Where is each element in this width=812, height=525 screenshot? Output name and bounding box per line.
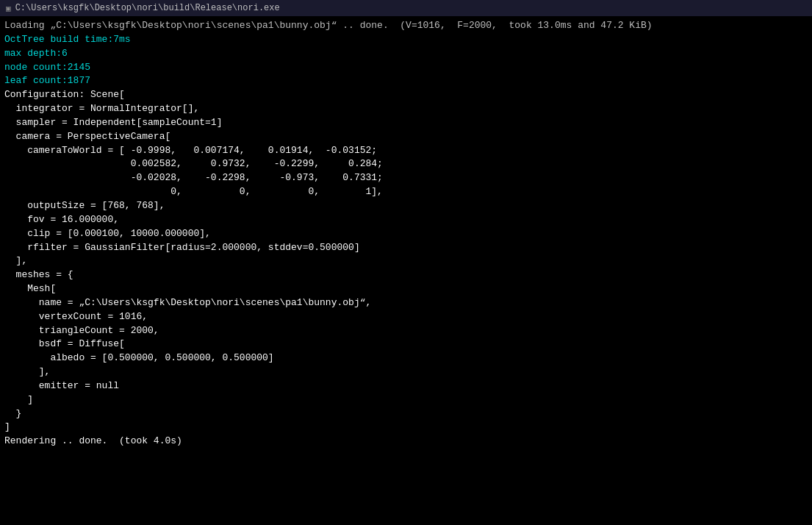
console-line: name = „C:\Users\ksgfk\Desktop\nori\scen… (4, 296, 808, 310)
title-bar: ▣ C:\Users\ksgfk\Desktop\nori\build\Rele… (0, 0, 812, 16)
console-line: meshes = { (4, 268, 808, 282)
console-line: ], (4, 254, 808, 268)
console-line: rfilter = GaussianFilter[radius=2.000000… (4, 241, 808, 255)
console-line: emitter = null (4, 379, 808, 393)
console-line: node count:2145 (4, 61, 808, 75)
console-line: albedo = [0.500000, 0.500000, 0.500000] (4, 351, 808, 365)
console-line: 0.002582, 0.9732, -0.2299, 0.284; (4, 157, 808, 171)
console-line: 0, 0, 0, 1], (4, 185, 808, 199)
console-line: Loading „C:\Users\ksgfk\Desktop\nori\sce… (4, 19, 808, 33)
console-line: leaf count:1877 (4, 74, 808, 88)
console-line: ], (4, 365, 808, 379)
title-bar-path: C:\Users\ksgfk\Desktop\nori\build\Releas… (15, 3, 280, 13)
console-output: Loading „C:\Users\ksgfk\Desktop\nori\sce… (0, 16, 812, 525)
console-line: bsdf = Diffuse[ (4, 338, 808, 351)
console-line: cameraToWorld = [ -0.9998, 0.007174, 0.0… (4, 144, 808, 158)
console-line: integrator = NormalIntegrator[], (4, 102, 808, 116)
console-line: ] (4, 421, 808, 435)
terminal-icon: ▣ (6, 4, 11, 13)
console-line: sampler = Independent[sampleCount=1] (4, 116, 808, 130)
console-line: max depth:6 (4, 47, 808, 61)
console-line: camera = PerspectiveCamera[ (4, 130, 808, 144)
console-line: Mesh[ (4, 282, 808, 296)
console-line: Rendering .. done. (took 4.0s) (4, 435, 808, 449)
console-line: clip = [0.000100, 10000.000000], (4, 227, 808, 241)
console-line: ] (4, 393, 808, 407)
console-line: triangleCount = 2000, (4, 324, 808, 338)
console-line: -0.02028, -0.2298, -0.973, 0.7331; (4, 171, 808, 185)
console-line: } (4, 407, 808, 421)
console-line: outputSize = [768, 768], (4, 199, 808, 213)
console-line: vertexCount = 1016, (4, 310, 808, 324)
console-line: OctTree build time:7ms (4, 33, 808, 47)
console-line: fov = 16.000000, (4, 213, 808, 227)
console-line: Configuration: Scene[ (4, 88, 808, 102)
